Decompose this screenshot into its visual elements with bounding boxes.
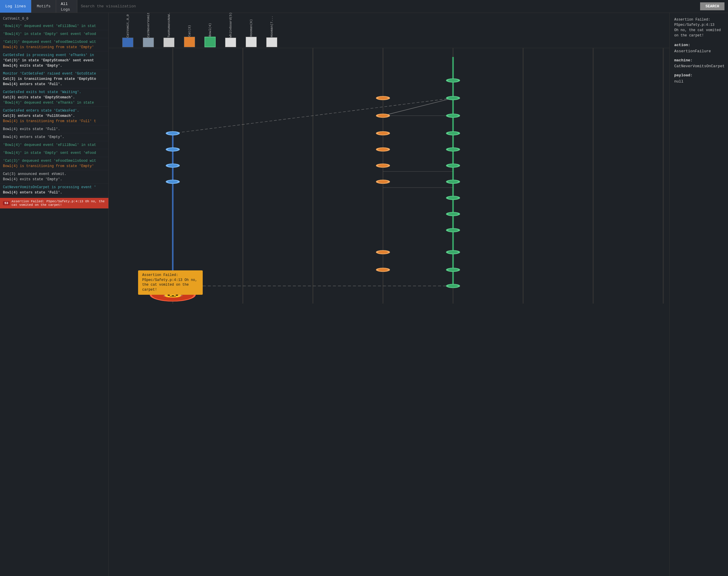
col-label: Bowl(4) <box>208 14 212 37</box>
svg-point-27 <box>377 251 389 254</box>
log-line: Bowl(4) is transitioning from state 'Emp… <box>3 45 94 49</box>
log-line: Cat(3) enters state 'FullStomach'. <box>3 114 75 118</box>
col-color-box <box>246 37 257 47</box>
col-label: Hooman(6) <box>249 14 253 37</box>
dropdown-menu: All Logs Graph <box>56 0 77 12</box>
svg-point-28 <box>377 268 389 271</box>
search-button[interactable]: SEARCH <box>700 2 725 10</box>
svg-point-35 <box>447 180 459 183</box>
log-lines-button[interactable]: Log lines <box>0 0 31 12</box>
detail-assertion-text: Oh no, the cat vomited on the carpet! <box>674 28 721 37</box>
col-header-twohumans: TwoHumansNoW... <box>159 14 179 48</box>
log-entry[interactable]: 'Bowl(4)' in state 'Empty' sent event 'e… <box>0 149 108 157</box>
log-line: Cat(3) is transitioning from state 'Empt… <box>3 77 96 81</box>
col-header-cat3: Cat(3) <box>179 14 200 48</box>
col-header-catvomit: CatVomit_0_0 <box>117 14 138 48</box>
log-entry[interactable]: Cat(3) announced event eVomit. Bowl(4) e… <box>0 170 108 183</box>
payload-label: payload: <box>674 73 723 79</box>
log-entry[interactable]: Bowl(4) exits state 'Full'. <box>0 125 108 133</box>
col-label: Whiteboard(5) <box>229 14 233 37</box>
log-line: Bowl(4) enters state 'Full'. <box>3 82 62 86</box>
log-line: Bowl(4) is transitioning from state 'Ful… <box>3 119 96 123</box>
log-panel: CatVomit_0_0 'Bowl(4)' dequeued event 'e… <box>0 13 109 576</box>
log-entry[interactable]: Monitor 'CatGetsFed' raised event 'GotoS… <box>0 70 108 88</box>
log-line: 'Cat(3)' dequeued event 'eFoodSmellsGood… <box>3 159 96 163</box>
col-label: Hooman(7... <box>270 14 273 37</box>
svg-point-36 <box>447 196 459 200</box>
log-entry[interactable]: Bowl(4) enters state 'Empty'. <box>0 133 108 141</box>
log-entry[interactable]: 'Bowl(4)' dequeued event 'eFillBowl' in … <box>0 22 108 30</box>
log-entry[interactable]: CatGetsFed exits hot state 'Waiting'. Ca… <box>0 88 108 107</box>
assertion-tooltip-text: Assertion Failed: PSpec/Safety.p:4:13 Oh… <box>142 273 197 292</box>
dropdown-logs[interactable]: Logs <box>56 7 77 12</box>
action-label: action: <box>674 42 723 49</box>
col-header-hooman6: Hooman(6) <box>241 14 262 48</box>
detail-panel: Assertion Failed: PSpec/Safety.p:4:13 Oh… <box>669 13 728 576</box>
log-entry[interactable]: 'Cat(3)' dequeued event 'eFoodSmellsGood… <box>0 157 108 170</box>
col-color-box <box>143 37 154 47</box>
log-entry[interactable]: CatGetsFed enters state 'CatWasFed'. Cat… <box>0 107 108 125</box>
log-line: 'Bowl(4)' in state 'Empty' sent event 'e… <box>3 32 96 36</box>
svg-point-34 <box>447 164 459 167</box>
svg-point-32 <box>447 132 459 135</box>
motifs-button[interactable]: Motifs <box>31 0 56 12</box>
col-header-catnever: CatNeverVomitsOnC... <box>138 14 159 48</box>
graph-panel: CatVomit_0_0 CatNeverVomitsOnC... TwoHum… <box>109 13 669 576</box>
log-line: CatGetsFed exits hot state 'Waiting'. <box>3 90 81 94</box>
graph-scroll: CatVomit_0_0 CatNeverVomitsOnC... TwoHum… <box>109 13 669 307</box>
main-area: CatVomit_0_0 'Bowl(4)' dequeued event 'e… <box>0 13 728 576</box>
col-color-box <box>184 37 195 47</box>
svg-point-26 <box>377 180 389 183</box>
svg-point-24 <box>377 148 389 151</box>
col-header-whiteboard5: Whiteboard(5) <box>220 14 241 48</box>
col-label: CatVomit_0_0 <box>126 14 130 37</box>
machine-value: CatNeverVomitsOnCarpet <box>674 63 723 69</box>
log-line: Monitor 'CatGetsFed' raised event 'GotoS… <box>3 71 96 76</box>
log-entry[interactable]: 'Bowl(4)' dequeued event 'eFillBowl' in … <box>0 141 108 149</box>
svg-point-40 <box>447 268 459 271</box>
log-entry[interactable]: CatGetsFed is processing event 'eThanks'… <box>0 51 108 70</box>
log-line: Bowl(4) enters state 'Empty'. <box>3 135 64 139</box>
search-area: SEARCH <box>77 0 728 12</box>
payload-value: null <box>674 79 723 85</box>
svg-point-30 <box>447 96 459 100</box>
svg-line-10 <box>383 98 453 116</box>
svg-point-18 <box>167 164 179 167</box>
col-color-box <box>205 37 216 47</box>
error-badge: 53 <box>3 201 10 205</box>
log-line: 'Bowl(4)' dequeued event 'eFillBowl' in … <box>3 24 96 28</box>
log-entry[interactable]: 'Bowl(4)' in state 'Empty' sent event 'e… <box>0 30 108 38</box>
log-line: 'Bowl(4)' in state 'Empty' sent event 'e… <box>3 151 96 155</box>
svg-point-41 <box>447 284 459 288</box>
log-line: Bowl(4) enters state 'Full'. <box>3 191 62 195</box>
svg-point-37 <box>447 212 459 216</box>
log-line: Bowl(4) exits state 'Empty'. <box>3 64 62 68</box>
svg-point-29 <box>447 79 459 82</box>
detail-assertion-title: Assertion Failed: PSpec/Safety.p:4:13 <box>674 18 714 27</box>
log-line: CatGetsFed enters state 'CatWasFed'. <box>3 109 79 113</box>
machine-label: machine: <box>674 58 723 64</box>
col-color-box <box>225 37 236 47</box>
dropdown-all[interactable]: All <box>56 1 77 7</box>
col-header-bowl4: Bowl(4) <box>200 14 220 48</box>
top-bar: Log lines Motifs All Logs Graph SEARCH <box>0 0 728 13</box>
log-line: Cat(3) announced event eVomit. <box>3 172 66 176</box>
col-color-box <box>122 37 133 47</box>
svg-point-39 <box>447 251 459 254</box>
view-dropdown: All Logs Graph <box>56 0 77 12</box>
log-entry[interactable]: 'Cat(3)' dequeued event 'eFoodSmellsGood… <box>0 38 108 51</box>
search-input[interactable] <box>81 4 698 8</box>
col-header-hooman7: Hooman(7... <box>262 14 282 48</box>
svg-point-31 <box>447 114 459 117</box>
log-line: 'Cat(3)' in state 'EmptyStomach' sent ev… <box>3 58 94 62</box>
log-entry[interactable]: CatNeverVomitsOnCarpet is processing eve… <box>0 183 108 197</box>
col-label: Cat(3) <box>188 14 191 37</box>
svg-line-12 <box>173 98 453 133</box>
col-color-box <box>163 37 174 47</box>
svg-point-23 <box>377 132 389 135</box>
error-text: Assertion Failed: PSpec/Safety.p:4:13 Oh… <box>11 200 105 207</box>
graph-svg: 🐱 <box>109 48 669 304</box>
log-line: Bowl(4) exits state 'Full'. <box>3 127 60 131</box>
error-bar[interactable]: 53 Assertion Failed: PSpec/Safety.p:4:13… <box>0 198 108 208</box>
col-label: CatNeverVomitsOnC... <box>146 14 150 37</box>
